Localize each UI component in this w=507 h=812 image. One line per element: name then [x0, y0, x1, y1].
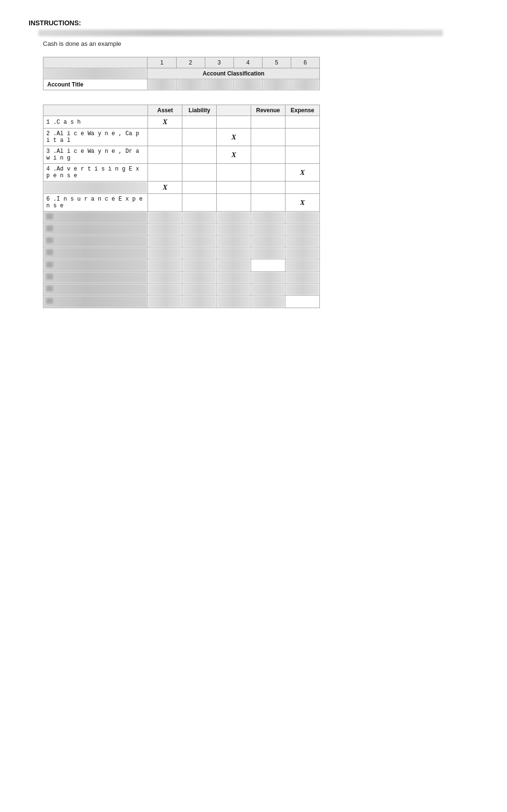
liability-cell [182, 182, 217, 194]
account-title-cell: 6 .I n s u r a n c e E x p e n s e [43, 194, 148, 212]
equity-cell: X [217, 146, 251, 164]
table-row [43, 247, 320, 259]
col-5-header: 5 [262, 57, 291, 68]
blurred-cell-4 [205, 79, 233, 90]
expense-cell [285, 116, 319, 128]
account-title-cell: 2 .Al i c e Wa y n e , Ca p i t a l [43, 128, 148, 146]
liability-cell [182, 128, 217, 146]
blurred-cell-2 [148, 79, 176, 90]
header-account-title-row: Account Title [43, 79, 320, 90]
account-title-cell: 5 .blurred account text [43, 182, 148, 194]
asset-cell [148, 128, 182, 146]
asset-cell [148, 164, 182, 182]
blurred-cell-6 [262, 79, 291, 90]
liability-header: Liability [182, 105, 217, 116]
table-row: X [43, 259, 320, 272]
table-row: 1 .C a s hX [43, 116, 320, 128]
main-classification-table: Asset Liability Revenue Expense 1 .C a s… [43, 105, 320, 308]
col-2-header: 2 [176, 57, 205, 68]
asset-cell: X [148, 182, 182, 194]
account-classification-label: Account Classification [148, 68, 320, 79]
header-classification-row: Account Classification [43, 68, 320, 79]
row-number [43, 296, 148, 308]
example-text: Cash is done as an example [43, 40, 478, 47]
asset-cell [148, 146, 182, 164]
account-title-cell: 4 .Ad v e r t i s i n g E x p e n s e [43, 164, 148, 182]
main-table-header-row: Asset Liability Revenue Expense [43, 105, 320, 116]
liability-cell [182, 146, 217, 164]
blurred-cell-1 [43, 68, 148, 79]
table-row [43, 284, 320, 296]
blurred-cell-7 [291, 79, 319, 90]
revenue-cell [251, 146, 285, 164]
table-row: 5 .blurred account textX [43, 182, 320, 194]
col-6-header: 6 [291, 57, 319, 68]
expense-cell [285, 128, 319, 146]
account-header [43, 105, 148, 116]
row-number [43, 272, 148, 284]
table-row [43, 235, 320, 247]
account-title-label: Account Title [43, 79, 148, 90]
blurred-cell-5 [233, 79, 262, 90]
revenue-cell [251, 164, 285, 182]
row-number [43, 259, 148, 272]
revenue-header: Revenue [251, 105, 285, 116]
row-number [43, 247, 148, 259]
table-row: 6 .I n s u r a n c e E x p e n s eX [43, 194, 320, 212]
equity-cell [217, 164, 251, 182]
instructions-title: INSTRUCTIONS: [29, 19, 478, 27]
expense-cell: X [285, 164, 319, 182]
revenue-cell [251, 194, 285, 212]
liability-cell [182, 194, 217, 212]
instructions-section: INSTRUCTIONS: Cash is done as an example [29, 19, 478, 47]
row-number [43, 235, 148, 247]
liability-cell [182, 164, 217, 182]
row-number [43, 212, 148, 224]
col-3-header: 3 [205, 57, 233, 68]
table-row: 2 .Al i c e Wa y n e , Ca p i t a lX [43, 128, 320, 146]
table-row [43, 212, 320, 224]
header-number-row: 1 2 3 4 5 6 [43, 57, 320, 68]
table-row: 4 .Ad v e r t i s i n g E x p e n s eX [43, 164, 320, 182]
revenue-cell [251, 116, 285, 128]
table-row: X [43, 296, 320, 308]
col-4-header: 4 [233, 57, 262, 68]
liability-cell [182, 116, 217, 128]
revenue-cell [251, 128, 285, 146]
expense-cell [285, 182, 319, 194]
equity-cell [217, 182, 251, 194]
equity-cell [217, 116, 251, 128]
expense-cell: X [285, 194, 319, 212]
expense-cell [285, 146, 319, 164]
asset-cell [148, 194, 182, 212]
blurred-instruction-line [38, 30, 443, 36]
table-row [43, 272, 320, 284]
col-1-header: 1 [148, 57, 176, 68]
asset-cell: X [148, 116, 182, 128]
row-number [43, 284, 148, 296]
row-number [43, 224, 148, 235]
table-row [43, 224, 320, 235]
equity-cell: X [217, 128, 251, 146]
blurred-cell-3 [176, 79, 205, 90]
account-title-cell: 1 .C a s h [43, 116, 148, 128]
equity-cell [217, 194, 251, 212]
header-table: 1 2 3 4 5 6 Account Classification Accou… [43, 57, 320, 90]
expense-header: Expense [285, 105, 319, 116]
blank-header [217, 105, 251, 116]
revenue-cell [251, 182, 285, 194]
table-row: 3 .Al i c e Wa y n e , Dr a w i n gX [43, 146, 320, 164]
account-title-cell: 3 .Al i c e Wa y n e , Dr a w i n g [43, 146, 148, 164]
asset-header: Asset [148, 105, 182, 116]
